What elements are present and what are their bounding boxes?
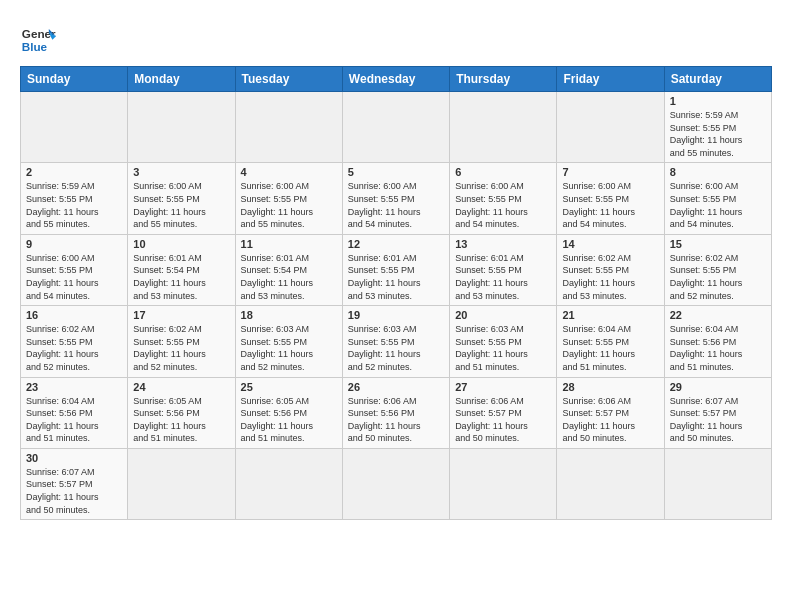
calendar-day-cell	[450, 92, 557, 163]
calendar-day-cell: 1Sunrise: 5:59 AM Sunset: 5:55 PM Daylig…	[664, 92, 771, 163]
day-number: 4	[241, 166, 337, 178]
svg-text:Blue: Blue	[22, 40, 48, 53]
day-number: 21	[562, 309, 658, 321]
day-number: 18	[241, 309, 337, 321]
calendar-day-cell: 22Sunrise: 6:04 AM Sunset: 5:56 PM Dayli…	[664, 306, 771, 377]
calendar-day-cell: 20Sunrise: 6:03 AM Sunset: 5:55 PM Dayli…	[450, 306, 557, 377]
day-info: Sunrise: 6:01 AM Sunset: 5:55 PM Dayligh…	[455, 252, 551, 302]
calendar-day-cell	[450, 448, 557, 519]
calendar-day-cell: 3Sunrise: 6:00 AM Sunset: 5:55 PM Daylig…	[128, 163, 235, 234]
day-number: 11	[241, 238, 337, 250]
day-info: Sunrise: 6:05 AM Sunset: 5:56 PM Dayligh…	[241, 395, 337, 445]
calendar-day-cell: 25Sunrise: 6:05 AM Sunset: 5:56 PM Dayli…	[235, 377, 342, 448]
day-number: 3	[133, 166, 229, 178]
day-info: Sunrise: 6:02 AM Sunset: 5:55 PM Dayligh…	[562, 252, 658, 302]
page-header: General Blue	[20, 20, 772, 56]
day-info: Sunrise: 6:03 AM Sunset: 5:55 PM Dayligh…	[455, 323, 551, 373]
calendar-day-cell	[557, 448, 664, 519]
weekday-header-friday: Friday	[557, 67, 664, 92]
calendar-day-cell	[21, 92, 128, 163]
day-number: 25	[241, 381, 337, 393]
day-info: Sunrise: 6:00 AM Sunset: 5:55 PM Dayligh…	[455, 180, 551, 230]
generalblue-logo-icon: General Blue	[20, 20, 56, 56]
calendar-day-cell	[342, 92, 449, 163]
day-number: 16	[26, 309, 122, 321]
calendar-day-cell: 19Sunrise: 6:03 AM Sunset: 5:55 PM Dayli…	[342, 306, 449, 377]
day-info: Sunrise: 6:02 AM Sunset: 5:55 PM Dayligh…	[133, 323, 229, 373]
day-number: 14	[562, 238, 658, 250]
day-info: Sunrise: 6:01 AM Sunset: 5:55 PM Dayligh…	[348, 252, 444, 302]
weekday-header-wednesday: Wednesday	[342, 67, 449, 92]
day-info: Sunrise: 6:06 AM Sunset: 5:56 PM Dayligh…	[348, 395, 444, 445]
calendar-day-cell: 10Sunrise: 6:01 AM Sunset: 5:54 PM Dayli…	[128, 234, 235, 305]
day-info: Sunrise: 6:05 AM Sunset: 5:56 PM Dayligh…	[133, 395, 229, 445]
day-number: 5	[348, 166, 444, 178]
calendar-day-cell	[128, 448, 235, 519]
calendar-day-cell: 28Sunrise: 6:06 AM Sunset: 5:57 PM Dayli…	[557, 377, 664, 448]
calendar-day-cell: 16Sunrise: 6:02 AM Sunset: 5:55 PM Dayli…	[21, 306, 128, 377]
day-info: Sunrise: 6:01 AM Sunset: 5:54 PM Dayligh…	[241, 252, 337, 302]
calendar-day-cell	[557, 92, 664, 163]
calendar-week-row: 2Sunrise: 5:59 AM Sunset: 5:55 PM Daylig…	[21, 163, 772, 234]
day-info: Sunrise: 6:01 AM Sunset: 5:54 PM Dayligh…	[133, 252, 229, 302]
day-number: 1	[670, 95, 766, 107]
calendar-day-cell	[128, 92, 235, 163]
calendar-day-cell: 21Sunrise: 6:04 AM Sunset: 5:55 PM Dayli…	[557, 306, 664, 377]
day-number: 15	[670, 238, 766, 250]
calendar-week-row: 30Sunrise: 6:07 AM Sunset: 5:57 PM Dayli…	[21, 448, 772, 519]
day-number: 24	[133, 381, 229, 393]
calendar-day-cell: 4Sunrise: 6:00 AM Sunset: 5:55 PM Daylig…	[235, 163, 342, 234]
day-number: 22	[670, 309, 766, 321]
day-number: 26	[348, 381, 444, 393]
weekday-header-saturday: Saturday	[664, 67, 771, 92]
weekday-header-sunday: Sunday	[21, 67, 128, 92]
day-info: Sunrise: 6:02 AM Sunset: 5:55 PM Dayligh…	[26, 323, 122, 373]
weekday-header-thursday: Thursday	[450, 67, 557, 92]
day-number: 29	[670, 381, 766, 393]
calendar-day-cell	[664, 448, 771, 519]
calendar-day-cell: 9Sunrise: 6:00 AM Sunset: 5:55 PM Daylig…	[21, 234, 128, 305]
day-number: 9	[26, 238, 122, 250]
calendar-day-cell: 17Sunrise: 6:02 AM Sunset: 5:55 PM Dayli…	[128, 306, 235, 377]
day-number: 19	[348, 309, 444, 321]
weekday-header-tuesday: Tuesday	[235, 67, 342, 92]
calendar-week-row: 1Sunrise: 5:59 AM Sunset: 5:55 PM Daylig…	[21, 92, 772, 163]
calendar-week-row: 23Sunrise: 6:04 AM Sunset: 5:56 PM Dayli…	[21, 377, 772, 448]
day-info: Sunrise: 6:03 AM Sunset: 5:55 PM Dayligh…	[348, 323, 444, 373]
calendar-day-cell: 5Sunrise: 6:00 AM Sunset: 5:55 PM Daylig…	[342, 163, 449, 234]
calendar-day-cell: 11Sunrise: 6:01 AM Sunset: 5:54 PM Dayli…	[235, 234, 342, 305]
calendar-day-cell: 30Sunrise: 6:07 AM Sunset: 5:57 PM Dayli…	[21, 448, 128, 519]
logo: General Blue	[20, 20, 56, 56]
day-number: 23	[26, 381, 122, 393]
calendar-day-cell: 26Sunrise: 6:06 AM Sunset: 5:56 PM Dayli…	[342, 377, 449, 448]
day-number: 6	[455, 166, 551, 178]
day-number: 8	[670, 166, 766, 178]
day-number: 12	[348, 238, 444, 250]
calendar-day-cell: 15Sunrise: 6:02 AM Sunset: 5:55 PM Dayli…	[664, 234, 771, 305]
day-info: Sunrise: 6:07 AM Sunset: 5:57 PM Dayligh…	[670, 395, 766, 445]
day-info: Sunrise: 6:00 AM Sunset: 5:55 PM Dayligh…	[241, 180, 337, 230]
day-number: 28	[562, 381, 658, 393]
day-info: Sunrise: 6:07 AM Sunset: 5:57 PM Dayligh…	[26, 466, 122, 516]
day-info: Sunrise: 6:00 AM Sunset: 5:55 PM Dayligh…	[26, 252, 122, 302]
calendar-day-cell	[235, 448, 342, 519]
day-info: Sunrise: 6:06 AM Sunset: 5:57 PM Dayligh…	[455, 395, 551, 445]
day-info: Sunrise: 6:00 AM Sunset: 5:55 PM Dayligh…	[562, 180, 658, 230]
calendar-day-cell: 2Sunrise: 5:59 AM Sunset: 5:55 PM Daylig…	[21, 163, 128, 234]
day-info: Sunrise: 6:04 AM Sunset: 5:55 PM Dayligh…	[562, 323, 658, 373]
calendar-day-cell: 18Sunrise: 6:03 AM Sunset: 5:55 PM Dayli…	[235, 306, 342, 377]
calendar-day-cell: 23Sunrise: 6:04 AM Sunset: 5:56 PM Dayli…	[21, 377, 128, 448]
calendar-day-cell: 13Sunrise: 6:01 AM Sunset: 5:55 PM Dayli…	[450, 234, 557, 305]
day-info: Sunrise: 6:00 AM Sunset: 5:55 PM Dayligh…	[348, 180, 444, 230]
day-info: Sunrise: 6:04 AM Sunset: 5:56 PM Dayligh…	[26, 395, 122, 445]
calendar-day-cell: 8Sunrise: 6:00 AM Sunset: 5:55 PM Daylig…	[664, 163, 771, 234]
calendar-day-cell: 12Sunrise: 6:01 AM Sunset: 5:55 PM Dayli…	[342, 234, 449, 305]
calendar-day-cell	[342, 448, 449, 519]
day-info: Sunrise: 5:59 AM Sunset: 5:55 PM Dayligh…	[26, 180, 122, 230]
calendar-day-cell: 6Sunrise: 6:00 AM Sunset: 5:55 PM Daylig…	[450, 163, 557, 234]
day-info: Sunrise: 6:04 AM Sunset: 5:56 PM Dayligh…	[670, 323, 766, 373]
day-info: Sunrise: 6:02 AM Sunset: 5:55 PM Dayligh…	[670, 252, 766, 302]
day-number: 20	[455, 309, 551, 321]
day-number: 7	[562, 166, 658, 178]
calendar-week-row: 9Sunrise: 6:00 AM Sunset: 5:55 PM Daylig…	[21, 234, 772, 305]
